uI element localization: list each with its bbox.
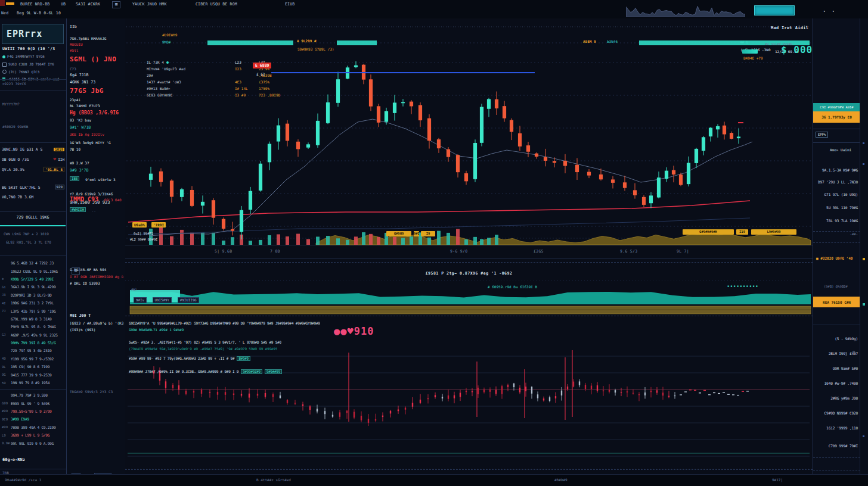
table-row[interactable]: 9G 5.4GB 32 4 7292 J3	[0, 259, 66, 267]
table-row[interactable]: 4I19DG 9AG 23) 3 2 7Y9L	[0, 299, 66, 307]
legend-label: #9H13 Ba9#>	[147, 86, 235, 91]
trend-dash	[737, 395, 739, 395]
alert-badge[interactable]: E 6889	[253, 63, 271, 68]
highlighted-action-button[interactable]	[754, 5, 795, 15]
candle	[410, 102, 413, 107]
candle	[368, 419, 369, 423]
event-badge-1[interactable]: G#9H9	[386, 231, 411, 236]
table-row[interactable]: 9G9415 777 39 9 9-2539	[0, 370, 66, 378]
profile-bar[interactable]	[337, 40, 377, 45]
heart-icon[interactable]: ♥	[53, 157, 56, 162]
candle	[193, 391, 194, 392]
candle	[418, 105, 422, 120]
legend-label: MIYvW4 'U9gu73 #ad	[147, 67, 235, 71]
band-teal-note: # 60959.r9d Ba 6I639I B	[488, 285, 537, 289]
band-button-3[interactable]: #9IUII9G	[178, 297, 199, 303]
vol-button-1[interactable]: U9a9%	[132, 222, 147, 228]
tag-badge[interactable]: IBE	[70, 176, 79, 181]
table-row[interactable]: 49Y199 95G 99 7 9-/5392	[0, 355, 66, 363]
table-row[interactable]: G99E993 9L 99 ' 9 549S	[0, 399, 66, 407]
candle	[730, 133, 733, 139]
menu-item[interactable]: EIUB	[285, 2, 294, 7]
panel-grid-icon[interactable]: ▦	[72, 267, 80, 275]
main-candlestick-chart[interactable]	[125, 18, 813, 258]
news-line: 5wK5- #9Z# 3. ,A9I79#(1-#5 '97) 0Z) #9#9…	[129, 340, 281, 344]
event-badge-3[interactable]: I9	[421, 231, 435, 236]
table-row[interactable]: 9.9#99l 99L 9I9 9 9 A.99G	[0, 439, 66, 447]
table-row[interactable]: J3D29P9RI 3D 3 8L/3-9D	[0, 291, 66, 299]
table-row[interactable]: ⊕K99b 5r/329 5 49 299I	[0, 275, 66, 283]
table-row[interactable]: #99799.59+5'99 L 9 2/99	[0, 407, 66, 415]
symbol-title-box[interactable]: EPRrrx	[2, 24, 64, 44]
row-tag: 49	[2, 357, 11, 360]
status-badge[interactable]: #WHIIH	[70, 207, 86, 212]
row-tag: GJ	[2, 333, 11, 337]
table-row[interactable]: 729 79f 95 3 4b 2319	[0, 347, 66, 354]
option-row[interactable]: F4G 34MMYWYY7 9YG6	[2, 55, 64, 58]
collapse-mark[interactable]: -##-	[850, 232, 858, 236]
app-logo	[0, 0, 5, 6]
row-tag: 7J	[2, 309, 11, 313]
table-row[interactable]: L93G99 + L99 L 9 5/9G	[0, 431, 66, 439]
candle	[427, 119, 431, 141]
table-row[interactable]: GJAG9P ,9/5 45% 9 9L 2325	[0, 331, 66, 339]
candle	[326, 102, 330, 123]
option-row[interactable]: SU63 C3U8 JB 7964T IY6	[2, 63, 64, 67]
table-row[interactable]: 9C93#99 E9A9	[0, 415, 66, 423]
profile-bar[interactable]	[207, 40, 293, 45]
menu-item[interactable]: YAUCK JNUO HMK	[132, 2, 167, 7]
right-edge-strip	[860, 18, 868, 474]
menu-item[interactable]: BUREE NRD-BB	[20, 2, 49, 7]
candle	[621, 392, 622, 392]
table-row[interactable]: 994.79 79# 3 9.590	[0, 391, 66, 399]
band-button-2[interactable]: U9I5#9Y	[153, 297, 172, 303]
volume-bar	[259, 240, 262, 245]
stat-label: 30NC.N9 IG p31 A S	[2, 147, 54, 151]
event-badge-5[interactable]: I19	[736, 229, 748, 235]
gear-icon[interactable]: ⚙	[852, 350, 855, 354]
event-badge-4[interactable]: G#9#H#9#H	[683, 229, 734, 235]
table-row[interactable]: P9Y9 9L7L 95 8. 9 7H4G	[0, 323, 66, 331]
table-row[interactable]: G13GAJ.9b I 9L 3 9L.4299	[0, 283, 66, 291]
orange-banner-label: 36 1.79T93y E0	[822, 115, 852, 119]
candle	[316, 121, 320, 145]
stat-badge[interactable]: 1019	[54, 148, 64, 151]
tab-epp[interactable]: EPP%	[816, 132, 828, 138]
candle	[412, 403, 413, 406]
menu-item[interactable]: UB	[61, 2, 66, 7]
table-row[interactable]: 7JL3Y5 4Ib 79) 5 99 '19G	[0, 307, 66, 314]
table-row[interactable]: 9L195 C9( 90 8 6 7199	[0, 363, 66, 370]
table-row[interactable]: 5919N 99 79 8 #9 1954	[0, 379, 66, 387]
event-badge-2[interactable]: 9#I	[414, 231, 419, 236]
dot-indicator: •	[832, 9, 835, 13]
orange-banner-2[interactable]: REA 76150 C#N	[813, 297, 860, 307]
grid-icon[interactable]: ▦	[112, 1, 120, 8]
inline-badge[interactable]: B#9#9	[237, 356, 250, 361]
teal-banner[interactable]: C9I #99GT9PW A9I#	[813, 103, 860, 111]
candle	[332, 415, 333, 417]
table-row[interactable]: 99H% 799 39I 8 49 53/G	[0, 339, 66, 347]
orange-alert-row[interactable]: ■ #32020 U9fG '40	[816, 256, 852, 260]
stat-badge[interactable]: 929	[55, 185, 64, 189]
stat-label: QV.A 20.3%	[2, 167, 44, 172]
event-badge-6[interactable]: L9#9#99	[751, 229, 796, 235]
table-row[interactable]: #997090 399 49A 4 C9.2199	[0, 423, 66, 431]
orange-banner[interactable]: 36 1.79T93y E0	[813, 111, 860, 123]
option-row[interactable]: (7C) 769N7 Q7C3	[2, 70, 64, 74]
candle	[294, 403, 296, 403]
candle	[437, 139, 441, 148]
inline-badge[interactable]: 9#99#9Z#9	[241, 369, 262, 374]
row-text: 19S2J CG9L 9L 9 9L.19kG	[11, 269, 64, 273]
band-button-1[interactable]: 9#Iv	[134, 297, 147, 303]
table-row[interactable]: 19S2J CG9L 9L 9 9L.19kG	[0, 267, 66, 275]
marker-dot	[863, 163, 864, 165]
table-row[interactable]: G79L.Y99 W9 8 3 31A9	[0, 315, 66, 323]
x-axis-label: 5| 9.6B	[215, 249, 232, 253]
stat-badge[interactable]: '91.RL 5	[44, 167, 64, 172]
menu-item[interactable]: CIBER USQU BE ROM	[196, 2, 237, 7]
candle	[454, 395, 455, 398]
menu-item[interactable]: SA3I #CKRK	[76, 2, 100, 7]
candle	[531, 387, 532, 394]
inline-badge[interactable]: 9#9##99	[265, 369, 282, 374]
vol-button-2[interactable]: '7R9I	[151, 222, 166, 228]
